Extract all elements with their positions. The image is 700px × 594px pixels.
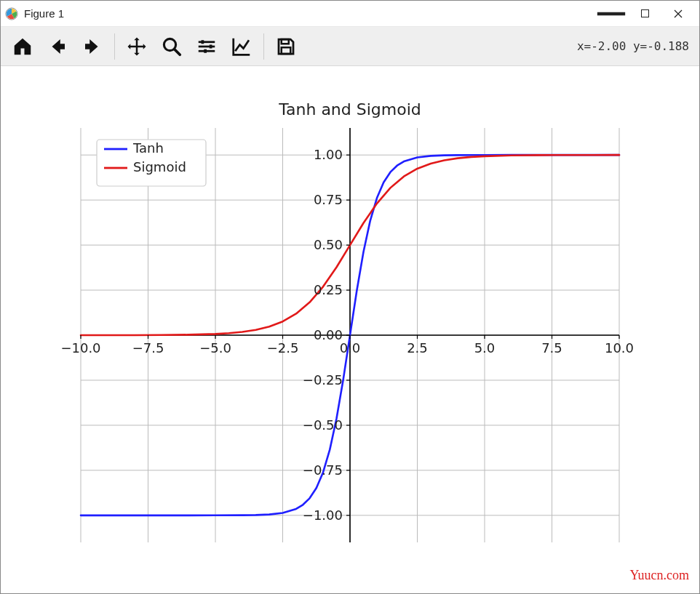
- save-icon: [275, 36, 297, 57]
- svg-line-5: [175, 49, 180, 55]
- y-tick-label: −1.00: [303, 507, 343, 523]
- home-button[interactable]: [7, 31, 39, 63]
- toolbar-separator: [263, 33, 264, 60]
- home-icon: [12, 36, 33, 57]
- svg-rect-11: [204, 49, 207, 52]
- window-maximize-button[interactable]: [628, 2, 661, 25]
- x-tick-label: 0.0: [340, 340, 361, 356]
- x-tick-label: 2.5: [407, 340, 428, 356]
- legend-label: Sigmoid: [133, 159, 186, 174]
- back-button[interactable]: [41, 31, 73, 63]
- arrow-left-icon: [47, 36, 68, 57]
- y-tick-label: 0.75: [314, 192, 343, 207]
- x-tick-label: −5.0: [199, 340, 231, 356]
- svg-rect-7: [202, 40, 204, 44]
- y-tick-label: −0.25: [303, 372, 343, 388]
- y-tick-label: 0.00: [314, 327, 343, 342]
- arrow-right-icon: [81, 36, 103, 57]
- x-tick-label: 7.5: [541, 340, 562, 356]
- legend-label: Tanh: [132, 140, 164, 156]
- y-tick-label: 0.25: [314, 282, 343, 297]
- chart-title: Tanh and Sigmoid: [278, 100, 421, 119]
- y-tick-label: −0.50: [303, 417, 343, 433]
- figure-canvas[interactable]: −10.0−7.5−5.0−2.50.02.55.07.510.0−1.00−0…: [1, 66, 699, 593]
- zoom-button[interactable]: [156, 31, 188, 63]
- x-tick-label: −2.5: [267, 340, 299, 356]
- zoom-icon: [161, 36, 183, 57]
- y-tick-label: −0.75: [303, 462, 343, 478]
- cursor-coords: x=-2.00 y=-0.188: [577, 39, 693, 53]
- subplots-button[interactable]: [191, 31, 223, 63]
- window-close-button[interactable]: [661, 2, 695, 25]
- svg-rect-9: [210, 44, 212, 48]
- x-tick-label: −7.5: [132, 340, 164, 356]
- y-tick-label: 0.50: [314, 237, 343, 252]
- x-tick-label: 10.0: [605, 340, 634, 356]
- svg-rect-12: [282, 39, 289, 44]
- watermark-text: Yuucn.com: [630, 568, 689, 583]
- x-tick-label: 5.0: [474, 340, 496, 356]
- figure-toolbar: x=-2.00 y=-0.188: [1, 27, 699, 66]
- window-minimize-button[interactable]: [594, 2, 628, 25]
- save-button[interactable]: [270, 31, 302, 63]
- axes-edit-button[interactable]: [226, 31, 258, 63]
- chart-line-icon: [231, 36, 252, 57]
- window-titlebar: Figure 1: [1, 1, 699, 27]
- pan-button[interactable]: [121, 31, 153, 63]
- y-tick-label: 1.00: [314, 147, 343, 162]
- app-icon: [5, 7, 18, 20]
- forward-button[interactable]: [76, 31, 108, 63]
- window-title: Figure 1: [24, 7, 64, 20]
- x-tick-label: −10.0: [60, 340, 100, 356]
- toolbar-separator: [114, 33, 115, 60]
- move-icon: [126, 36, 148, 57]
- sliders-icon: [196, 36, 218, 57]
